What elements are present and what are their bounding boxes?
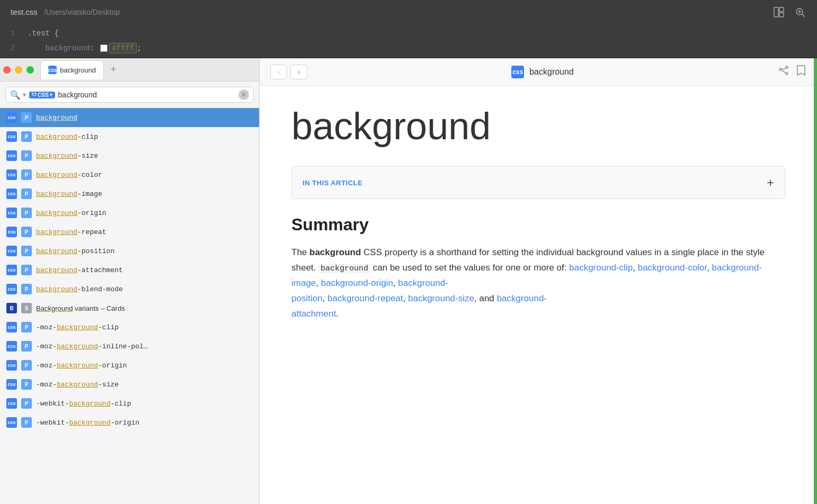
css-icon-12: css — [6, 322, 17, 332]
item-name-3: background-size — [36, 152, 98, 160]
bookmark-button[interactable] — [796, 65, 806, 79]
tabs-row: css background + — [0, 58, 259, 82]
search-input[interactable] — [58, 91, 235, 99]
content-header: ‹ › css background — [260, 58, 817, 86]
svg-rect-0 — [774, 7, 778, 17]
doc-title: background — [291, 107, 785, 145]
green-scroll-indicator — [814, 58, 817, 504]
article-section-header[interactable]: IN THIS ARTICLE + — [292, 167, 785, 199]
b-icon-11: B — [6, 303, 17, 313]
code-line-1-text: .test { — [28, 29, 59, 38]
link-background-repeat[interactable]: background-repeat — [327, 293, 403, 303]
result-item-background-position[interactable]: css P background-position — [0, 241, 259, 260]
css-icon-13: css — [6, 341, 17, 352]
css-icon-7: css — [6, 227, 17, 237]
content-title-text: background — [529, 67, 574, 77]
p-icon-15: P — [21, 379, 32, 390]
traffic-light-minimize[interactable] — [15, 66, 22, 74]
item-name-15: -moz-background-size — [36, 381, 119, 389]
content-css-icon: css — [511, 66, 524, 78]
results-list: css P background css P background-clip c… — [0, 108, 259, 504]
result-item-background-attachment[interactable]: css P background-attachment — [0, 260, 259, 280]
p-icon-3: P — [21, 150, 32, 161]
result-item-moz-background-clip[interactable]: css P -moz-background-clip — [0, 318, 259, 337]
css-filter-badge[interactable]: 🛡 CSS ▾ — [29, 92, 55, 98]
share-button[interactable] — [778, 65, 789, 79]
tab-add-button[interactable]: + — [106, 62, 121, 77]
s-icon-11: S — [21, 303, 32, 313]
item-name-12: -moz-background-clip — [36, 323, 119, 331]
traffic-light-close[interactable] — [3, 66, 11, 74]
item-name-2: background-clip — [36, 133, 98, 141]
editor-filename: test.css /Users/viatsko/Desktop — [11, 7, 120, 17]
svg-rect-2 — [779, 13, 784, 17]
p-icon-13: P — [21, 341, 32, 352]
p-icon-17: P — [21, 417, 32, 428]
item-name-9: background-attachment — [36, 266, 123, 274]
item-name-13: -moz-background-inline-pol… — [36, 343, 148, 350]
result-item-background-variants-cards[interactable]: B S Background variants – Cards — [0, 299, 259, 318]
forward-button[interactable]: › — [290, 65, 307, 79]
tab-css-icon: css — [48, 66, 57, 74]
code-line-1: 1 .test { — [11, 26, 806, 41]
css-icon-3: css — [6, 150, 17, 161]
main-area: css background + 🔍 ▾ 🛡 CSS ▾ × — [0, 58, 817, 504]
css-icon-1: css — [6, 112, 17, 123]
css-icon-9: css — [6, 265, 17, 275]
editor-title-bar: test.css /Users/viatsko/Desktop — [0, 0, 817, 24]
p-icon-5: P — [21, 188, 32, 199]
active-tab[interactable]: css background — [40, 60, 104, 79]
search-clear-button[interactable]: × — [238, 89, 249, 100]
result-item-background-image[interactable]: css P background-image — [0, 184, 259, 203]
magnifier-icon: 🔍 — [10, 90, 21, 100]
result-item-webkit-background-clip[interactable]: css P -webkit-background-clip — [0, 394, 259, 413]
item-name-1: background — [36, 114, 77, 122]
code-line-2: 2 background: #ffff; — [11, 41, 806, 56]
article-expand-button[interactable]: + — [767, 175, 774, 190]
css-icon-2: css — [6, 131, 17, 142]
item-name-17: -webkit-background-origin — [36, 419, 139, 427]
result-item-background-clip[interactable]: css P background-clip — [0, 127, 259, 146]
result-item-background-color[interactable]: css P background-color — [0, 165, 259, 184]
result-item-background[interactable]: css P background — [0, 108, 259, 127]
p-icon-9: P — [21, 265, 32, 275]
content-panel: ‹ › css background — [260, 58, 817, 504]
result-item-webkit-background-origin[interactable]: css P -webkit-background-origin — [0, 413, 259, 432]
result-item-background-size[interactable]: css P background-size — [0, 146, 259, 165]
p-icon-16: P — [21, 398, 32, 409]
traffic-light-fullscreen[interactable] — [26, 66, 34, 74]
css-icon-15: css — [6, 379, 17, 390]
link-background-color[interactable]: background-color — [638, 263, 707, 273]
result-item-moz-background-origin[interactable]: css P -moz-background-origin — [0, 356, 259, 375]
search-chevron[interactable]: ▾ — [23, 91, 26, 98]
result-item-moz-background-size[interactable]: css P -moz-background-size — [0, 375, 259, 394]
result-item-moz-background-inline-pol[interactable]: css P -moz-background-inline-pol… — [0, 337, 259, 356]
result-item-background-origin[interactable]: css P background-origin — [0, 203, 259, 222]
back-button[interactable]: ‹ — [270, 65, 287, 79]
summary-bold-background: background — [309, 247, 361, 257]
result-item-background-blend-mode[interactable]: css P background-blend-mode — [0, 280, 259, 299]
p-icon-8: P — [21, 246, 32, 256]
result-item-background-repeat[interactable]: css P background-repeat — [0, 222, 259, 241]
p-icon-1: P — [21, 112, 32, 123]
search-zoom-icon[interactable] — [794, 6, 806, 19]
search-input-wrap: 🔍 ▾ 🛡 CSS ▾ × — [5, 87, 254, 103]
p-icon-2: P — [21, 131, 32, 142]
css-icon-10: css — [6, 284, 17, 294]
item-name-11: Background variants – Cards — [36, 304, 125, 312]
p-icon-4: P — [21, 169, 32, 180]
item-name-7: background-repeat — [36, 228, 106, 236]
css-badge-chevron: ▾ — [50, 92, 52, 97]
link-background-size[interactable]: background-size — [408, 293, 474, 303]
link-background-origin[interactable]: background-origin — [321, 278, 393, 288]
link-background-clip[interactable]: background-clip — [569, 263, 633, 273]
line-number-2: 2 — [11, 44, 19, 52]
css-icon-6: css — [6, 208, 17, 218]
css-icon-14: css — [6, 360, 17, 371]
tab-label: background — [60, 66, 96, 74]
editor-topbar: test.css /Users/viatsko/Desktop — [0, 0, 817, 58]
css-icon-5: css — [6, 188, 17, 199]
layout-icon[interactable] — [772, 6, 785, 19]
color-swatch — [100, 44, 108, 52]
css-icon-17: css — [6, 417, 17, 428]
